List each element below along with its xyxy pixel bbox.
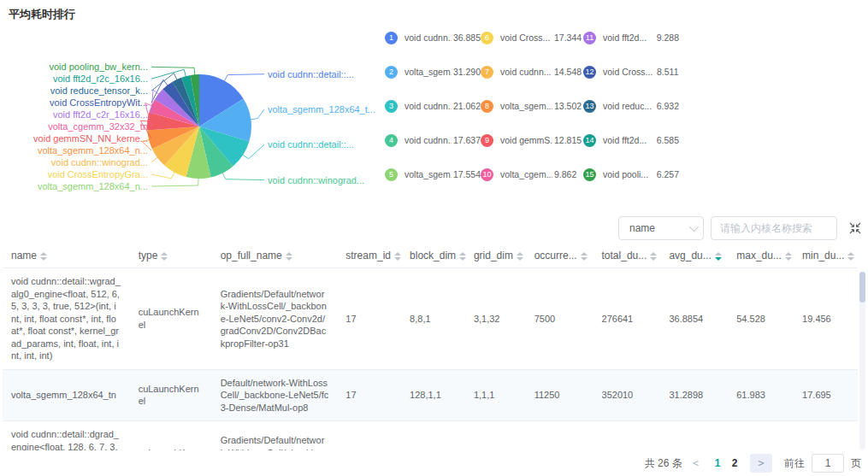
sort-carets-icon[interactable] xyxy=(581,252,588,261)
pie-label: void pooling_bw_kern... xyxy=(49,62,148,72)
legend-kernel-name: void Cross... xyxy=(603,67,655,77)
legend-item[interactable]: 14void fft2d...6.585 xyxy=(583,123,679,157)
column-header-stream_id[interactable]: stream_id xyxy=(337,244,401,268)
pie-label-line xyxy=(151,172,175,179)
table-toolbar: name xyxy=(618,216,861,240)
column-label: avg_du... xyxy=(669,250,711,262)
legend-item[interactable]: 1void cudnn...36.885 xyxy=(385,21,481,55)
sort-carets-icon[interactable] xyxy=(394,252,401,261)
legend-item[interactable]: 5volta_sgem...17.554 xyxy=(385,157,481,191)
legend-item[interactable]: 12void Cross...8.511 xyxy=(583,55,679,89)
legend-kernel-value: 8.511 xyxy=(657,67,679,77)
search-field-select[interactable]: name xyxy=(618,216,704,240)
pie-label: void CrossEntropyWit... xyxy=(50,97,148,108)
table-row: void cudnn::detail::dgrad_engine<float, … xyxy=(3,421,858,450)
legend-rank-badge: 5 xyxy=(385,168,398,181)
legend-kernel-value: 6.257 xyxy=(657,169,679,179)
pagination-page-1[interactable]: 1 xyxy=(709,457,726,469)
legend-item[interactable]: 2volta_sgem...31.290 xyxy=(385,55,481,89)
pie-label: volta_sgemm_128x64_n... xyxy=(38,145,148,156)
legend-item[interactable]: 11void fft2d...9.288 xyxy=(583,21,679,55)
cell-type: cuLaunchKernel xyxy=(130,369,212,421)
pie-label: void gemmSN_NN_kerne... xyxy=(33,133,148,144)
legend-rank-badge: 8 xyxy=(481,100,493,113)
table-scrollbar[interactable] xyxy=(859,272,865,450)
legend-kernel-name: volta_sgem... xyxy=(500,101,552,111)
sort-carets-icon[interactable] xyxy=(650,252,657,261)
cell-total_duration: 352010 xyxy=(593,369,661,421)
sort-carets-icon[interactable] xyxy=(517,252,523,261)
legend-item[interactable]: 15void pooli...6.257 xyxy=(583,157,679,191)
legend-kernel-value: 17.554 xyxy=(453,169,481,179)
sort-carets-icon[interactable] xyxy=(161,252,168,261)
table-row: volta_sgemm_128x64_tncuLaunchKernelDefau… xyxy=(3,369,858,421)
cell-block_dim: 8,32,1 xyxy=(401,421,465,450)
legend-item[interactable]: 7void cudnn...14.548 xyxy=(481,55,583,89)
legend-kernel-value: 9.862 xyxy=(554,169,576,179)
sort-carets-icon[interactable] xyxy=(715,252,722,261)
legend-item[interactable]: 9void gemmS...12.815 xyxy=(481,123,583,157)
cell-avg_duration: 31.2898 xyxy=(660,369,728,421)
cell-min_duration: 19.744 xyxy=(794,421,858,450)
sort-carets-icon[interactable] xyxy=(286,252,292,261)
legend-item[interactable]: 8volta_sgem...13.502 xyxy=(481,89,583,123)
column-label: min_du... xyxy=(802,250,844,262)
column-header-block_dim[interactable]: block_dim xyxy=(401,244,465,268)
pagination-next-button[interactable]: > xyxy=(750,454,772,473)
cell-total_duration: 78983.1 xyxy=(593,421,661,450)
pie-label: void cudnn::detail::... xyxy=(268,69,354,79)
column-header-name[interactable]: name xyxy=(3,244,130,268)
column-header-max_duration[interactable]: max_du... xyxy=(728,244,794,268)
legend-rank-badge: 1 xyxy=(385,32,398,44)
legend-kernel-value: 6.932 xyxy=(657,101,679,111)
sort-carets-icon[interactable] xyxy=(785,252,792,261)
legend-kernel-name: void cudnn... xyxy=(404,135,452,145)
kernel-search-input[interactable] xyxy=(711,216,837,240)
table-row: void cudnn::detail::wgrad_alg0_engine<fl… xyxy=(3,268,858,370)
column-header-op_full_name[interactable]: op_full_name xyxy=(212,244,338,268)
pie-legend: 1void cudnn...36.8852volta_sgem...31.290… xyxy=(385,21,679,191)
legend-item[interactable]: 3void cudnn...21.062 xyxy=(385,89,481,123)
sort-carets-icon[interactable] xyxy=(40,252,47,261)
pie-label: volta_cgemm_32x32_tn xyxy=(48,121,148,132)
legend-rank-badge: 11 xyxy=(583,32,596,44)
fullscreen-icon[interactable] xyxy=(849,222,861,234)
legend-item[interactable]: 4void cudnn...17.637 xyxy=(385,123,481,157)
cell-occurrence: 3750 xyxy=(526,421,593,450)
cell-avg_duration: 36.8854 xyxy=(660,268,728,370)
legend-item[interactable]: 10volta_cgem...9.862 xyxy=(481,157,583,191)
sort-carets-icon[interactable] xyxy=(459,252,466,261)
legend-kernel-value: 9.288 xyxy=(657,32,679,43)
column-header-grid_dim[interactable]: grid_dim xyxy=(465,244,526,268)
legend-kernel-name: void cudnn... xyxy=(500,67,552,77)
pagination-goto-input[interactable] xyxy=(812,454,844,473)
chevron-down-icon xyxy=(689,222,699,232)
legend-rank-badge: 15 xyxy=(583,168,596,181)
sort-carets-icon[interactable] xyxy=(847,252,854,261)
column-header-type[interactable]: type xyxy=(130,244,212,268)
column-header-avg_duration[interactable]: avg_du... xyxy=(660,244,728,268)
table-scrollbar-thumb[interactable] xyxy=(859,272,865,303)
legend-kernel-name: void Cross... xyxy=(500,32,552,43)
legend-kernel-value: 17.637 xyxy=(453,135,481,145)
column-label: occurre... xyxy=(534,250,577,262)
legend-rank-badge: 6 xyxy=(481,32,493,44)
cell-grid_dim: 3,1,32 xyxy=(465,268,526,370)
legend-rank-badge: 2 xyxy=(385,66,398,79)
pagination-page-2[interactable]: 2 xyxy=(726,457,743,469)
legend-kernel-name: void gemmS... xyxy=(500,135,552,145)
legend-kernel-name: void cudnn... xyxy=(404,32,452,43)
legend-item[interactable]: 13void reduc...6.932 xyxy=(583,89,679,123)
legend-item[interactable]: 6void Cross...17.344 xyxy=(481,21,583,55)
pagination-prev-button[interactable]: < xyxy=(689,457,702,469)
column-header-total_duration[interactable]: total_du... xyxy=(593,244,661,268)
legend-rank-badge: 9 xyxy=(481,134,493,147)
cell-op_full_name: Default/network-WithLossCell/_backbone-L… xyxy=(212,369,338,421)
column-label: total_du... xyxy=(602,250,647,262)
legend-rank-badge: 10 xyxy=(481,168,493,181)
column-header-occurrence[interactable]: occurre... xyxy=(526,244,593,268)
cell-type: cuLaunchKernel xyxy=(130,421,212,450)
cell-grid_dim: 3,1,32 xyxy=(465,421,526,450)
column-header-min_duration[interactable]: min_du... xyxy=(794,244,858,268)
legend-kernel-name: void pooli... xyxy=(603,169,655,179)
